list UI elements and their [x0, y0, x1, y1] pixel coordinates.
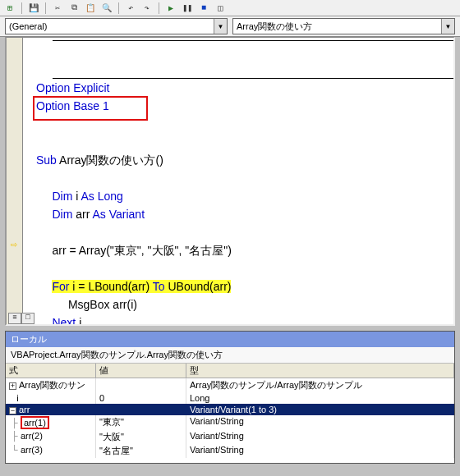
- locals-row[interactable]: ├ arr(1) "東京" Variant/String: [6, 415, 454, 430]
- header-expression[interactable]: 式: [6, 364, 96, 378]
- design-icon[interactable]: ◫: [214, 2, 227, 15]
- undo-icon[interactable]: ↶: [124, 2, 137, 15]
- code-keyword: For: [52, 280, 69, 293]
- code-keyword: Option Base 1: [36, 99, 109, 112]
- locals-type: Variant/String: [186, 444, 454, 458]
- code-text: Array関数の使い方(): [57, 153, 163, 167]
- locals-window: ローカル VBAProject.Array関数のサンプル.Array関数の使い方…: [5, 331, 455, 464]
- object-dropdown-label: (General): [6, 21, 214, 31]
- code-keyword: Dim: [52, 190, 72, 203]
- locals-context: VBAProject.Array関数のサンプル.Array関数の使い方: [6, 347, 454, 364]
- vbe-toolbar: ⊞ 💾 ✂ ⧉ 📋 🔍 ↶ ↷ ▶ ❚❚ ■ ◫: [0, 0, 460, 16]
- dropdown-arrow-icon: ▼: [441, 19, 454, 34]
- locals-value: "大阪": [96, 430, 186, 444]
- view-mode-tabs: ≡ □: [8, 313, 34, 324]
- locals-value: "東京": [96, 415, 186, 430]
- locals-row[interactable]: ├ arr(2) "大阪" Variant/String: [6, 430, 454, 444]
- header-value[interactable]: 値: [96, 364, 186, 378]
- locals-row[interactable]: +Array関数のサン Array関数のサンプル/Array関数のサンプル: [6, 378, 454, 392]
- locals-header-row: 式 値 型: [6, 364, 454, 378]
- code-keyword: To: [153, 280, 165, 293]
- locals-expr: Array関数のサン: [19, 380, 85, 390]
- code-text: MsgBox arr(i): [68, 298, 137, 311]
- margin-indicator-bar: ⇨: [7, 38, 23, 324]
- locals-expr: arr(2): [21, 431, 43, 441]
- code-keyword: Dim: [52, 208, 72, 221]
- locals-value: [96, 378, 186, 392]
- code-keyword: Option Explicit: [36, 81, 109, 94]
- redo-icon[interactable]: ↷: [140, 2, 154, 15]
- locals-grid[interactable]: 式 値 型 +Array関数のサン Array関数のサンプル/Array関数のサ…: [6, 364, 454, 463]
- collapse-icon[interactable]: −: [9, 407, 16, 414]
- highlight-box-annotation: arr(1): [21, 416, 49, 429]
- dropdown-arrow-icon: ▼: [214, 19, 227, 34]
- locals-expr: arr(1): [24, 418, 46, 428]
- code-text: arr = Array("東京", "大阪", "名古屋"): [52, 244, 231, 257]
- locals-title: ローカル: [6, 332, 454, 347]
- code-text: arr: [72, 208, 92, 221]
- locals-type: Array関数のサンプル/Array関数のサンプル: [186, 378, 454, 392]
- code-text: i: [72, 190, 80, 203]
- expand-icon[interactable]: +: [9, 382, 16, 390]
- cut-icon[interactable]: ✂: [51, 2, 64, 15]
- code-text: i = LBound(arr): [69, 280, 152, 293]
- locals-expr: arr: [19, 405, 30, 414]
- locals-value: [96, 404, 186, 415]
- code-keyword: Next: [52, 316, 76, 326]
- find-icon[interactable]: 🔍: [100, 2, 113, 15]
- procedure-dropdown-label: Array関数の使い方: [233, 21, 441, 33]
- locals-value: "名古屋": [96, 444, 186, 458]
- code-body[interactable]: Option Explicit Option Base 1 Sub Array関…: [23, 38, 453, 326]
- object-procedure-bar: (General) ▼ Array関数の使い方 ▼: [0, 16, 460, 37]
- paste-icon[interactable]: 📋: [84, 2, 97, 15]
- locals-row-selected[interactable]: −arr Variant/Variant(1 to 3): [6, 404, 454, 415]
- locals-type: Long: [186, 392, 454, 404]
- copy-icon[interactable]: ⧉: [67, 2, 80, 15]
- locals-type: Variant/String: [186, 415, 454, 430]
- code-keyword: As Variant: [92, 208, 145, 221]
- run-icon[interactable]: ▶: [164, 2, 177, 15]
- locals-value: 0: [96, 392, 186, 404]
- code-pane[interactable]: ⇨ Option Explicit Option Base 1 Sub Arra…: [5, 37, 455, 326]
- code-keyword: As Long: [80, 190, 122, 203]
- locals-type: Variant/Variant(1 to 3): [186, 404, 454, 415]
- procedure-dropdown[interactable]: Array関数の使い方 ▼: [232, 18, 455, 34]
- code-text: i: [76, 316, 81, 326]
- procedure-view-tab[interactable]: ≡: [8, 313, 21, 324]
- locals-row[interactable]: i 0 Long: [6, 392, 454, 404]
- save-icon[interactable]: 💾: [27, 2, 40, 15]
- break-icon[interactable]: ❚❚: [181, 2, 194, 15]
- reset-icon[interactable]: ■: [197, 2, 210, 15]
- locals-type: Variant/String: [186, 430, 454, 444]
- locals-row[interactable]: └ arr(3) "名古屋" Variant/String: [6, 444, 454, 458]
- code-keyword: Sub: [36, 153, 57, 167]
- locals-expr: arr(3): [21, 445, 43, 455]
- header-type[interactable]: 型: [186, 364, 454, 378]
- full-module-view-tab[interactable]: □: [21, 313, 34, 324]
- code-text: UBound(arr): [165, 280, 232, 293]
- current-line-arrow-icon: ⇨: [8, 239, 20, 250]
- object-dropdown[interactable]: (General) ▼: [5, 18, 228, 34]
- locals-expr: i: [16, 393, 18, 403]
- excel-icon[interactable]: ⊞: [3, 2, 16, 15]
